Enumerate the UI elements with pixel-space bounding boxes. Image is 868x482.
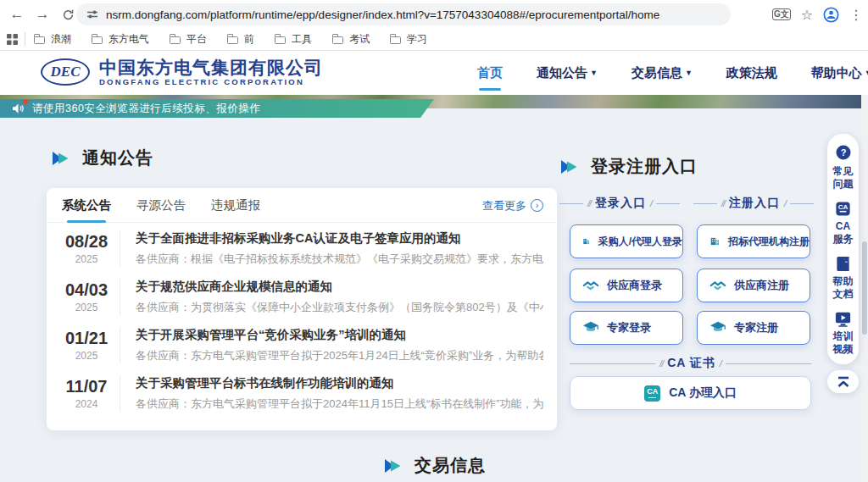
graduation-cap-icon [709,319,726,336]
folder-icon [34,36,45,44]
scrollbar-thumb[interactable] [862,241,867,335]
browser-warning-banner: 请使用360安全浏览器进行后续投标、报价操作 [0,99,434,118]
tab-system-notices[interactable]: 系统公告 [62,188,111,223]
bookmark-folder[interactable]: 学习 [390,32,427,47]
company-name: 中国东方电气集团有限公司 [99,58,323,77]
question-bubble-icon: ? [834,144,853,163]
bookmark-folder[interactable]: 东方电气 [92,32,149,47]
agency-register-button[interactable]: 招标代理机构注册 [697,224,810,258]
expert-register-button[interactable]: 专家注册 [697,311,810,345]
tab-violation-reports[interactable]: 违规通报 [211,188,260,223]
view-more-link[interactable]: 查看更多 › [482,188,543,223]
bookmark-folder[interactable]: 工具 [275,32,312,47]
browser-toolbar: ← → nsrm.dongfang.com/platform/runtime/e… [0,0,868,28]
notice-row[interactable]: 01/212025 关于开展采购管理平台“竞价采购业务”培训的通知各供应商：东方… [47,321,557,369]
notice-title[interactable]: 关于规范供应商企业规模信息的通知 [136,279,543,295]
handshake-icon [582,277,599,294]
notice-row[interactable]: 08/282025 关于全面推进非招标采购业务CA认证及电子签章应用的通知各供应… [47,224,557,273]
folder-icon [170,36,181,44]
bookmark-folder[interactable]: 平台 [170,32,207,47]
notice-title[interactable]: 关于采购管理平台标书在线制作功能培训的通知 [136,375,543,391]
folder-icon [227,36,238,44]
folder-icon [332,36,343,44]
scrollbar-track[interactable] [861,51,868,482]
notice-list: 08/282025 关于全面推进非招标采购业务CA认证及电子签章应用的通知各供应… [47,223,557,419]
notices-section-heading: 通知公告 [51,147,153,169]
main-nav: 首页 通知公告▼ 交易信息▼ 政策法规 帮助中心▼ [477,51,868,95]
tab-sourcing-notices[interactable]: 寻源公告 [136,188,186,223]
back-icon[interactable]: ← [7,4,27,25]
supplier-register-button[interactable]: 供应商注册 [697,269,810,302]
notice-desc: 各供应商：为贯彻落实《保障中小企业款项支付条例》（国务院令第802号）及《中小企… [136,300,543,315]
faq-shortcut[interactable]: ? 常见问题 [832,144,855,191]
ca-apply-button[interactable]: CA CA 办理入口 [570,376,811,410]
trade-section-heading: 交易信息 [383,454,486,477]
section-arrow-icon [559,158,580,176]
folder-icon [92,36,103,44]
building-icon [582,233,591,250]
url-text: nsrm.dongfang.com/platform/runtime/epp/d… [106,8,659,21]
translate-icon[interactable]: G文 [772,8,791,20]
folder-icon [275,36,286,44]
handshake-icon [709,277,726,294]
forward-icon[interactable]: → [32,4,53,25]
supplier-login-button[interactable]: 供应商登录 [570,269,683,302]
tune-icon[interactable] [86,8,98,20]
collapse-quickbar-button[interactable] [827,370,859,393]
help-docs-shortcut[interactable]: 帮助文档 [832,255,855,301]
notification-dot [23,99,28,104]
url-bar[interactable]: nsrm.dongfang.com/platform/runtime/epp/d… [76,3,731,25]
building-icon [709,233,721,250]
nav-trade-info[interactable]: 交易信息▼ [632,65,693,81]
login-section-heading: 登录注册入口 [559,155,698,178]
floating-quickbar: ? 常见问题 CA CA服务 帮助文档 培训视频 [827,134,859,364]
chevron-down-icon: ▼ [685,69,693,77]
bookmark-folder[interactable]: 浪潮 [34,32,71,47]
bookmark-folder[interactable]: 考试 [332,32,370,47]
notice-row[interactable]: 04/032025 关于规范供应商企业规模信息的通知各供应商：为贯彻落实《保障中… [47,273,557,321]
register-group-title: 注册入口 [729,196,780,211]
notice-desc: 各供应商：根据《电子招标投标系统技术规范》《电子采购交易规范》要求，东方电气采购… [136,252,543,267]
notices-card: 系统公告 寻源公告 违规通报 查看更多 › 08/282025 关于全面推进非招… [47,188,557,430]
expert-login-button[interactable]: 专家登录 [570,311,683,345]
nav-help-center[interactable]: 帮助中心▼ [811,65,868,81]
section-title: 交易信息 [415,454,486,477]
menu-dots-icon[interactable]: ⋮ [849,7,863,23]
dec-logo-icon: DEC [41,58,90,86]
nav-policies[interactable]: 政策法规 [726,65,777,81]
notice-title[interactable]: 关于开展采购管理平台“竞价采购业务”培训的通知 [136,327,543,343]
notice-row[interactable]: 11/072024 关于采购管理平台标书在线制作功能培训的通知各供应商：东方电气… [47,369,557,418]
apps-grid-icon[interactable] [7,34,18,45]
chevron-down-icon: ▼ [865,69,868,77]
login-group-headers: // 登录入口 / // 注册入口 / [559,196,814,211]
login-group-title: 登录入口 [595,196,646,211]
section-title: 通知公告 [82,147,153,169]
ca-badge-icon: CA [644,385,660,402]
folder-icon [390,36,401,44]
training-videos-shortcut[interactable]: 培训视频 [832,310,855,356]
ca-section-title: CA 证书 [667,356,715,371]
nav-notices[interactable]: 通知公告▼ [537,65,598,81]
bookmark-star-icon[interactable]: ☆ [801,7,813,23]
video-player-icon [834,310,852,328]
refresh-icon[interactable] [58,4,78,25]
svg-text:?: ? [840,147,846,158]
bookmark-folder[interactable]: 前 [227,32,254,47]
notices-tabs: 系统公告 寻源公告 违规通报 查看更多 › [47,188,557,223]
notice-title[interactable]: 关于全面推进非招标采购业务CA认证及电子签章应用的通知 [136,230,543,247]
header-logo[interactable]: DEC 中国东方电气集团有限公司 DONGFANG ELECTRIC CORPO… [41,58,323,86]
ca-service-shortcut[interactable]: CA CA服务 [832,200,855,246]
divider [25,32,25,46]
ca-section-header: // CA 证书 / [570,356,811,371]
chevron-right-circle-icon: › [531,199,543,212]
graduation-cap-icon [582,319,599,336]
chevron-down-icon: ▼ [590,69,598,77]
banner-text: 请使用360安全浏览器进行后续投标、报价操作 [32,102,260,116]
arrow-to-top-icon [836,375,851,389]
profile-avatar[interactable] [823,7,839,23]
company-name-en: DONGFANG ELECTRIC CORPORATION [99,77,323,86]
notice-desc: 各供应商：东方电气采购管理平台拟于2025年1月24日上线“竞价采购”业务，为帮… [136,348,543,363]
notice-desc: 各供应商：东方电气采购管理平台拟于2024年11月15日上线“标书在线制作”功能… [136,396,543,412]
buyer-agent-login-button[interactable]: 采购人/代理人登录 [570,224,683,258]
nav-home[interactable]: 首页 [477,65,503,81]
